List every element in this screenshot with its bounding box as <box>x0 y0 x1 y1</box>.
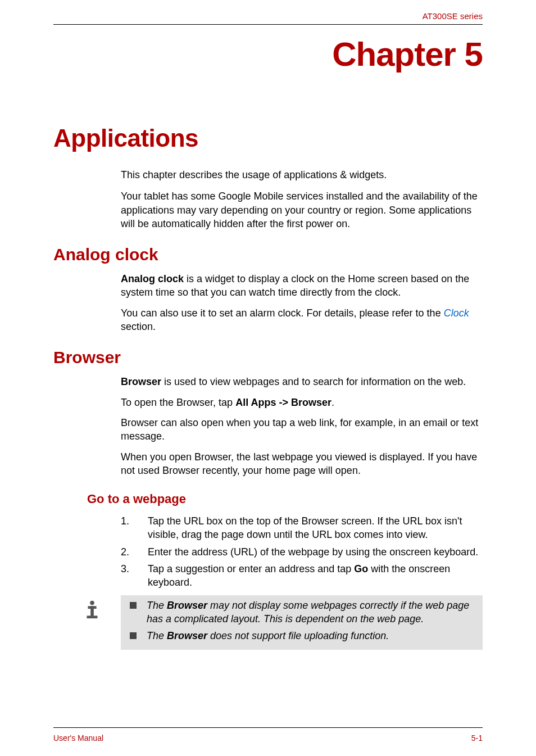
note-item-1: The Browser may not display some webpage… <box>126 599 477 626</box>
browser-p2-bold: All Apps -> Browser <box>235 397 331 408</box>
note2-post: does not support file uploading function… <box>207 630 389 641</box>
analog-clock-p2-pre: You can also use it to set an alarm cloc… <box>121 307 444 319</box>
browser-paragraph-1: Browser is used to view webpages and to … <box>121 375 483 388</box>
note-item-2: The Browser does not support file upload… <box>126 629 477 642</box>
note1-bold: Browser <box>167 600 207 611</box>
clock-link[interactable]: Clock <box>444 307 469 319</box>
browser-p2-post: . <box>331 397 334 408</box>
svg-point-0 <box>90 600 94 605</box>
note1-pre: The <box>147 600 167 611</box>
chapter-label: Chapter 5 <box>53 35 483 74</box>
analog-clock-p2-post: section. <box>121 321 156 332</box>
step-2: Enter the address (URL) of the webpage b… <box>121 545 483 559</box>
note-box: The Browser may not display some webpage… <box>121 595 483 650</box>
svg-rect-3 <box>87 615 98 618</box>
note2-pre: The <box>147 630 167 641</box>
footer-right: 5-1 <box>471 734 483 743</box>
header-series: AT300SE series <box>53 11 483 24</box>
goto-webpage-steps: Tap the URL box on the top of the Browse… <box>121 514 483 589</box>
analog-clock-paragraph-2: You can also use it to set an alarm cloc… <box>121 306 483 334</box>
header-series-text: AT300SE series <box>423 11 483 21</box>
heading-analog-clock: Analog clock <box>53 245 483 264</box>
browser-paragraph-3: Browser can also open when you tap a web… <box>121 416 483 443</box>
footer-left: User's Manual <box>53 734 103 743</box>
browser-paragraph-4: When you open Browser, the last webpage … <box>121 450 483 478</box>
browser-p1-bold: Browser <box>121 376 161 387</box>
analog-clock-bold: Analog clock <box>121 273 184 284</box>
footer: User's Manual 5-1 <box>53 734 483 743</box>
svg-rect-2 <box>90 606 94 617</box>
browser-p1-rest: is used to view webpages and to search f… <box>161 376 466 387</box>
browser-paragraph-2: To open the Browser, tap All Apps -> Bro… <box>121 396 483 409</box>
step-3-bold: Go <box>354 563 368 574</box>
page-title: Applications <box>53 124 483 152</box>
heading-browser: Browser <box>53 348 483 367</box>
step-3: Tap a suggestion or enter an address and… <box>121 562 483 590</box>
intro-paragraph-1: This chapter describes the usage of appl… <box>121 168 483 182</box>
heading-goto-webpage: Go to a webpage <box>87 492 483 506</box>
browser-p2-pre: To open the Browser, tap <box>121 397 235 408</box>
info-icon <box>81 599 103 620</box>
analog-clock-paragraph-1: Analog clock is a widget to display a cl… <box>121 272 483 300</box>
intro-paragraph-2: Your tablet has some Google Mobile servi… <box>121 189 483 230</box>
note2-bold: Browser <box>167 630 207 641</box>
header-divider <box>53 24 483 25</box>
step-3-pre: Tap a suggestion or enter an address and… <box>148 563 354 574</box>
step-1: Tap the URL box on the top of the Browse… <box>121 514 483 542</box>
footer-divider <box>53 727 483 728</box>
